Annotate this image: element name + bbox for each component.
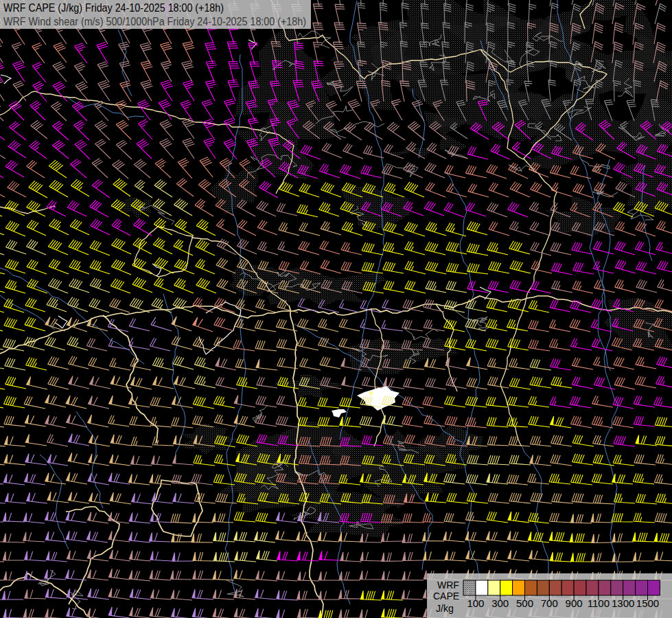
- svg-text:CAPE: CAPE: [433, 591, 459, 602]
- svg-text:300: 300: [491, 597, 509, 609]
- svg-text:1100: 1100: [588, 597, 610, 609]
- svg-text:WRF CAPE (J/kg) Friday 24-10-2: WRF CAPE (J/kg) Friday 24-10-2025 18:00 …: [3, 2, 224, 14]
- svg-text:700: 700: [541, 597, 558, 609]
- svg-text:900: 900: [566, 597, 583, 609]
- svg-text:100: 100: [467, 597, 484, 609]
- svg-text:WRF: WRF: [437, 580, 459, 591]
- svg-text:J/kg: J/kg: [436, 603, 454, 614]
- svg-text:WRF Wind shear (m/s) 500/1000h: WRF Wind shear (m/s) 500/1000hPa Friday …: [3, 16, 306, 27]
- svg-text:500: 500: [516, 597, 533, 609]
- svg-text:1300: 1300: [612, 597, 634, 609]
- svg-text:1500: 1500: [636, 597, 659, 609]
